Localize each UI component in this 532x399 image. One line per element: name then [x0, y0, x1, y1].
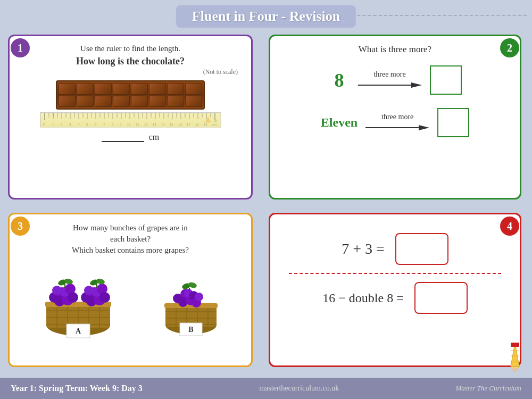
title-bar: Fluent in Four - Revision	[176, 5, 356, 28]
choc-piece	[77, 96, 94, 107]
q4-answer-box-1[interactable]	[395, 233, 448, 265]
svg-rect-135	[511, 343, 519, 347]
q4-equation-1-row: 7 + 3 =	[278, 233, 512, 265]
q4-equation-1: 7 + 3 =	[342, 240, 385, 257]
ruler-svg: // We'll draw in CSS instead 0 1 2 3 4 5…	[40, 113, 221, 128]
q2-row-2: Eleven three more	[278, 108, 512, 137]
q2-arrow-label-2: three more	[381, 113, 413, 121]
choc-piece	[131, 83, 148, 95]
question-4-box: 7 + 3 = 16 − double 8 =	[269, 213, 521, 367]
choc-piece	[59, 83, 76, 95]
q3-instruction: How many bunches of grapes are in each b…	[18, 222, 243, 256]
svg-point-92	[68, 292, 78, 303]
q4-equation-2: 16 − double 8 =	[322, 291, 403, 305]
q1-instruction: Use the ruler to find the length.	[18, 44, 243, 53]
choc-piece	[149, 96, 166, 107]
choc-piece	[77, 83, 94, 95]
q1-unit: cm	[149, 132, 160, 142]
choc-piece	[131, 96, 148, 107]
q2-arrow-svg-2	[365, 122, 429, 133]
choc-piece	[113, 96, 130, 107]
svg-marker-73	[419, 125, 429, 130]
basket-b: B	[156, 261, 226, 341]
choc-piece	[185, 83, 202, 95]
choc-piece	[95, 83, 112, 95]
chocolate-container	[18, 80, 243, 110]
question-2-box: What is three more? 8 three more Eleven …	[269, 35, 521, 200]
grapes-row: A	[18, 261, 243, 341]
q2-number-2: Eleven	[321, 115, 358, 130]
q1-answer-line[interactable]	[102, 141, 144, 142]
svg-text:B: B	[188, 326, 193, 334]
svg-point-91	[52, 286, 62, 295]
page-title: Fluent in Four - Revision	[192, 9, 340, 24]
q2-arrow-1: three more	[358, 70, 422, 90]
question-1-box: Use the ruler to find the length. How lo…	[8, 35, 253, 200]
q2-row-1: 8 three more	[278, 65, 512, 95]
svg-point-126	[195, 293, 203, 301]
choc-piece	[59, 96, 76, 107]
q1-scale-note: (Not to scale)	[18, 68, 243, 76]
choc-piece	[113, 83, 130, 95]
svg-marker-134	[512, 368, 518, 372]
q2-arrow-svg-1	[358, 80, 422, 90]
choc-piece	[185, 96, 202, 107]
svg-text:A: A	[75, 327, 81, 335]
q1-question: How long is the chocolate?	[18, 56, 243, 67]
q4-answer-box-2[interactable]	[414, 282, 468, 314]
footer-right: Master The Curriculum	[455, 384, 521, 393]
ruler: // We'll draw in CSS instead 0 1 2 3 4 5…	[40, 112, 221, 127]
q2-arrow-2: three more	[365, 113, 429, 133]
pencil-decoration	[504, 343, 526, 377]
svg-rect-69	[40, 113, 221, 128]
q2-answer-box-2[interactable]	[437, 108, 469, 137]
question-3-box: How many bunches of grapes are in each b…	[8, 213, 253, 367]
badge-4: 4	[500, 217, 519, 236]
footer-left: Year 1: Spring Term: Week 9: Day 3	[11, 384, 143, 393]
q2-arrow-label-1: three more	[373, 70, 405, 79]
svg-marker-71	[411, 82, 422, 88]
ruler-container: // We'll draw in CSS instead 0 1 2 3 4 5…	[18, 112, 243, 127]
choc-piece	[95, 96, 112, 107]
svg-point-102	[84, 286, 94, 295]
q2-answer-box-1[interactable]	[430, 65, 462, 95]
svg-point-103	[99, 292, 110, 303]
choc-piece	[149, 83, 166, 95]
basket-b-svg: B	[156, 261, 226, 341]
chocolate-bar	[56, 80, 205, 110]
footer: Year 1: Spring Term: Week 9: Day 3 maste…	[0, 378, 532, 399]
footer-center: masterthecurriculum.co.uk	[259, 384, 339, 393]
choc-piece	[167, 83, 184, 95]
basket-a: A	[36, 261, 121, 341]
q2-instruction: What is three more?	[278, 44, 512, 55]
choc-piece	[167, 96, 184, 107]
badge-3: 3	[11, 217, 30, 236]
badge-2: 2	[500, 38, 519, 57]
svg-point-129	[187, 281, 197, 289]
basket-a-svg: A	[36, 261, 121, 341]
q1-answer-area: cm	[18, 132, 243, 142]
q2-number-1: 8	[329, 69, 350, 92]
pencil-icon	[504, 343, 526, 375]
q4-divider	[289, 273, 501, 274]
badge-1: 1	[11, 38, 30, 57]
q4-equation-2-row: 16 − double 8 =	[278, 282, 512, 314]
